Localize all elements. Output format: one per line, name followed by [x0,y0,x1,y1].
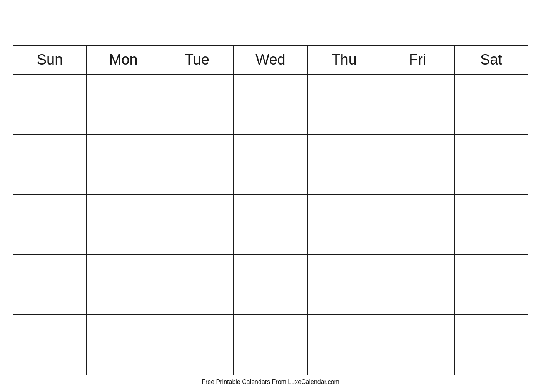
week2-sat [455,135,528,194]
week3-wed [234,195,307,254]
week2-fri [381,135,455,194]
week3-fri [381,195,455,254]
week2-mon [87,135,160,194]
week2-sun [13,135,87,194]
week1-fri [381,75,455,134]
week5-thu [308,315,381,375]
week3-sun [13,195,87,254]
header-mon: Mon [87,46,160,74]
week4-wed [234,255,307,315]
week5-mon [87,315,160,375]
week1-thu [308,75,381,134]
calendar: Sun Mon Tue Wed Thu Fri Sat [13,7,528,375]
week3-sat [455,195,528,254]
calendar-header-row: Sun Mon Tue Wed Thu Fri Sat [13,46,528,75]
week4-fri [381,255,455,315]
week1-mon [87,75,160,134]
header-fri: Fri [381,46,455,74]
calendar-week-5 [13,315,528,375]
header-sat: Sat [455,46,528,74]
header-tue: Tue [160,46,234,74]
week4-tue [160,255,234,315]
calendar-week-3 [13,195,528,255]
week2-tue [160,135,234,194]
week4-mon [87,255,160,315]
week4-sun [13,255,87,315]
week1-wed [234,75,307,134]
week5-fri [381,315,455,375]
week1-sat [455,75,528,134]
week3-tue [160,195,234,254]
calendar-title-row [13,7,528,46]
calendar-week-2 [13,135,528,195]
week3-thu [308,195,381,254]
header-thu: Thu [308,46,381,74]
calendar-week-1 [13,75,528,135]
week5-sun [13,315,87,375]
calendar-body [13,75,528,375]
week5-sat [455,315,528,375]
week4-sat [455,255,528,315]
week2-wed [234,135,307,194]
footer-text: Free Printable Calendars From LuxeCalend… [202,379,339,385]
week1-sun [13,75,87,134]
header-sun: Sun [13,46,87,74]
week2-thu [308,135,381,194]
week5-tue [160,315,234,375]
header-wed: Wed [234,46,307,74]
week1-tue [160,75,234,134]
week4-thu [308,255,381,315]
week3-mon [87,195,160,254]
calendar-week-4 [13,255,528,316]
week5-wed [234,315,307,375]
